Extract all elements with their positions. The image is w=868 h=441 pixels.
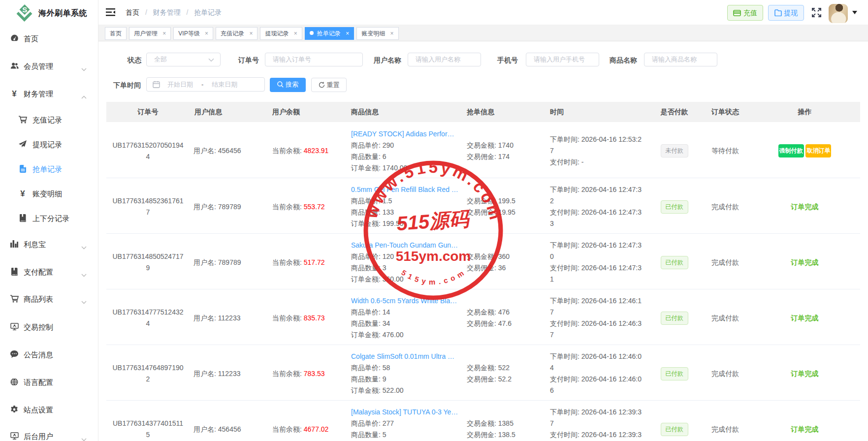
svg-text:S: S [22, 5, 27, 14]
svg-text:515源码: 515源码 [396, 208, 471, 234]
svg-text:515ym.com: 515ym.com [396, 249, 471, 264]
svg-text:515ym.com: 515ym.com [400, 267, 468, 286]
